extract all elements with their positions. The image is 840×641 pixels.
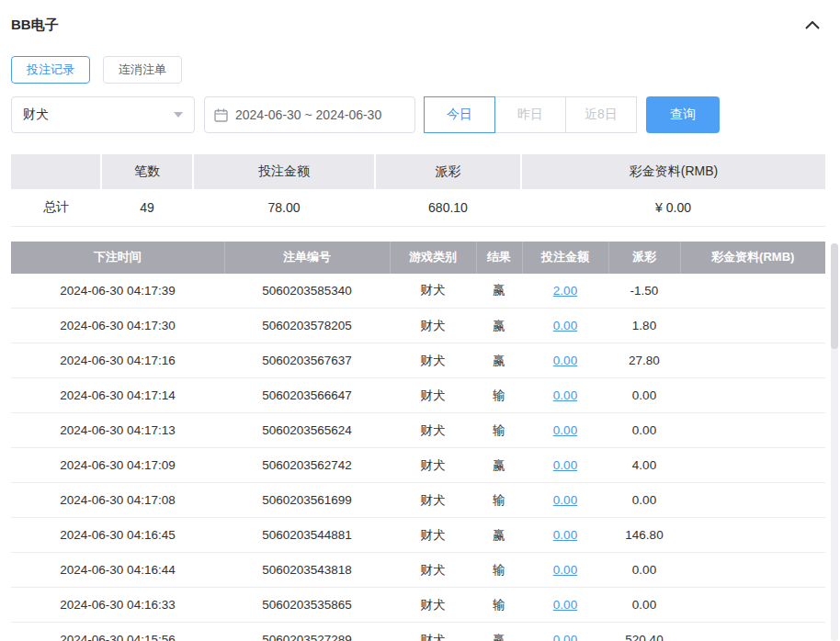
cell-game-type: 财犬 bbox=[390, 553, 476, 588]
cell-payout: 0.00 bbox=[608, 483, 680, 518]
cell-bet-time: 2024-06-30 04:16:33 bbox=[11, 588, 224, 623]
summary-total-count: 49 bbox=[101, 189, 193, 226]
cell-payout: 27.80 bbox=[608, 343, 680, 378]
cell-bet-amount: 0.00 bbox=[522, 448, 608, 483]
cell-bonus bbox=[680, 309, 825, 343]
records-header-payout: 派彩 bbox=[608, 242, 680, 274]
filter-bar: 财犬 2024-06-30 ~ 2024-06-30 今日 昨日 近8日 查询 bbox=[11, 96, 829, 133]
cell-payout: 520.40 bbox=[608, 623, 680, 641]
scrollbar-thumb[interactable] bbox=[831, 243, 838, 349]
cell-bet-amount: 0.00 bbox=[522, 378, 608, 413]
cell-bet-amount: 0.00 bbox=[522, 483, 608, 518]
cell-bonus bbox=[680, 588, 825, 623]
game-select[interactable]: 财犬 bbox=[11, 96, 195, 133]
cell-bonus bbox=[680, 483, 825, 518]
cell-result: 赢 bbox=[476, 518, 522, 553]
cell-bonus bbox=[680, 553, 825, 588]
bet-amount-link[interactable]: 0.00 bbox=[553, 458, 577, 472]
cell-order-number: 5060203527289 bbox=[224, 623, 390, 641]
bet-amount-link[interactable]: 0.00 bbox=[553, 528, 577, 542]
summary-header-row: 笔数 投注金额 派彩 彩金资料(RMB) bbox=[11, 154, 825, 189]
cell-bet-amount: 0.00 bbox=[522, 553, 608, 588]
cell-payout: 146.80 bbox=[608, 518, 680, 553]
quick-last8days-button[interactable]: 近8日 bbox=[565, 96, 637, 133]
cell-bet-time: 2024-06-30 04:17:08 bbox=[11, 483, 224, 518]
cell-result: 输 bbox=[476, 553, 522, 588]
cell-order-number: 5060203561699 bbox=[224, 483, 390, 518]
bet-amount-link[interactable]: 0.00 bbox=[553, 598, 577, 612]
cell-game-type: 财犬 bbox=[390, 274, 476, 309]
bet-amount-link[interactable]: 0.00 bbox=[553, 423, 577, 437]
quick-today-button[interactable]: 今日 bbox=[424, 96, 495, 133]
cell-bet-amount: 0.00 bbox=[522, 623, 608, 641]
date-range-input[interactable]: 2024-06-30 ~ 2024-06-30 bbox=[204, 96, 415, 133]
cell-result: 赢 bbox=[476, 274, 522, 309]
summary-total-row: 总计 49 78.00 680.10 ¥ 0.00 bbox=[11, 189, 825, 226]
tab-bet-records[interactable]: 投注记录 bbox=[11, 56, 90, 84]
cell-payout: 0.00 bbox=[608, 378, 680, 413]
records-header-row: 下注时间 注单编号 游戏类别 结果 投注金额 派彩 彩金资料(RMB) bbox=[11, 242, 825, 274]
cell-bet-amount: 0.00 bbox=[522, 518, 608, 553]
cell-order-number: 5060203543818 bbox=[224, 553, 390, 588]
bet-amount-link[interactable]: 0.00 bbox=[553, 563, 577, 577]
records-header-bet-time: 下注时间 bbox=[11, 242, 224, 274]
quick-yesterday-button[interactable]: 昨日 bbox=[494, 96, 566, 133]
tab-cancelled-orders[interactable]: 连消注单 bbox=[103, 56, 182, 84]
cell-bet-time: 2024-06-30 04:15:56 bbox=[11, 623, 224, 641]
cell-bonus bbox=[680, 274, 825, 309]
cell-result: 输 bbox=[476, 588, 522, 623]
cell-game-type: 财犬 bbox=[390, 378, 476, 413]
cell-result: 赢 bbox=[476, 623, 522, 641]
cell-game-type: 财犬 bbox=[390, 413, 476, 448]
cell-bet-time: 2024-06-30 04:17:30 bbox=[11, 309, 224, 343]
table-row: 2024-06-30 04:17:16 5060203567637 财犬 赢 0… bbox=[11, 343, 825, 378]
cell-order-number: 5060203535865 bbox=[224, 588, 390, 623]
table-row: 2024-06-30 04:17:30 5060203578205 财犬 赢 0… bbox=[11, 309, 825, 343]
cell-result: 赢 bbox=[476, 448, 522, 483]
table-scrollbar[interactable] bbox=[831, 243, 838, 641]
collapse-chevron-up-icon[interactable] bbox=[805, 21, 820, 29]
cell-game-type: 财犬 bbox=[390, 448, 476, 483]
quick-date-group: 今日 昨日 近8日 bbox=[424, 96, 637, 133]
bet-amount-link[interactable]: 0.00 bbox=[553, 354, 577, 367]
records-table: 下注时间 注单编号 游戏类别 结果 投注金额 派彩 彩金资料(RMB) 2024… bbox=[11, 242, 825, 641]
table-row: 2024-06-30 04:17:13 5060203565624 财犬 输 0… bbox=[11, 413, 825, 448]
cell-game-type: 财犬 bbox=[390, 309, 476, 343]
table-row: 2024-06-30 04:17:09 5060203562742 财犬 赢 0… bbox=[11, 448, 825, 483]
summary-header-bonus: 彩金资料(RMB) bbox=[521, 154, 825, 189]
bet-amount-link[interactable]: 0.00 bbox=[553, 388, 577, 402]
cell-payout: 0.00 bbox=[608, 413, 680, 448]
bet-amount-link[interactable]: 0.00 bbox=[553, 633, 577, 641]
cell-order-number: 5060203578205 bbox=[224, 309, 390, 343]
cell-order-number: 5060203562742 bbox=[224, 448, 390, 483]
date-range-value: 2024-06-30 ~ 2024-06-30 bbox=[235, 107, 381, 122]
bet-amount-link[interactable]: 0.00 bbox=[553, 493, 577, 507]
records-table-body: 2024-06-30 04:17:39 5060203585340 财犬 赢 2… bbox=[11, 274, 825, 641]
cell-result: 赢 bbox=[476, 343, 522, 378]
cell-order-number: 5060203566647 bbox=[224, 378, 390, 413]
cell-payout: 1.80 bbox=[608, 309, 680, 343]
cell-bonus bbox=[680, 343, 825, 378]
search-button[interactable]: 查询 bbox=[646, 96, 720, 133]
table-row: 2024-06-30 04:16:44 5060203543818 财犬 输 0… bbox=[11, 553, 825, 588]
cell-order-number: 5060203585340 bbox=[224, 274, 390, 309]
bet-amount-link[interactable]: 0.00 bbox=[553, 319, 577, 332]
summary-header-payout: 派彩 bbox=[375, 154, 521, 189]
cell-game-type: 财犬 bbox=[390, 588, 476, 623]
cell-game-type: 财犬 bbox=[390, 343, 476, 378]
bet-records-panel: BB电子 投注记录 连消注单 财犬 2024-06-30 ~ 2024-06-3… bbox=[0, 0, 840, 641]
cell-bet-time: 2024-06-30 04:17:39 bbox=[11, 274, 224, 309]
summary-total-bonus: ¥ 0.00 bbox=[521, 189, 825, 226]
cell-bet-time: 2024-06-30 04:17:14 bbox=[11, 378, 224, 413]
summary-header-bet-amount: 投注金额 bbox=[193, 154, 375, 189]
cell-order-number: 5060203567637 bbox=[224, 343, 390, 378]
bet-amount-link[interactable]: 2.00 bbox=[553, 284, 577, 298]
table-row: 2024-06-30 04:17:08 5060203561699 财犬 输 0… bbox=[11, 483, 825, 518]
tab-bar: 投注记录 连消注单 bbox=[11, 56, 829, 84]
records-header-order-number: 注单编号 bbox=[224, 242, 390, 274]
cell-payout: -1.50 bbox=[608, 274, 680, 309]
cell-bet-time: 2024-06-30 04:16:44 bbox=[11, 553, 224, 588]
cell-game-type: 财犬 bbox=[390, 518, 476, 553]
cell-bet-amount: 0.00 bbox=[522, 588, 608, 623]
summary-total-label: 总计 bbox=[11, 189, 101, 226]
